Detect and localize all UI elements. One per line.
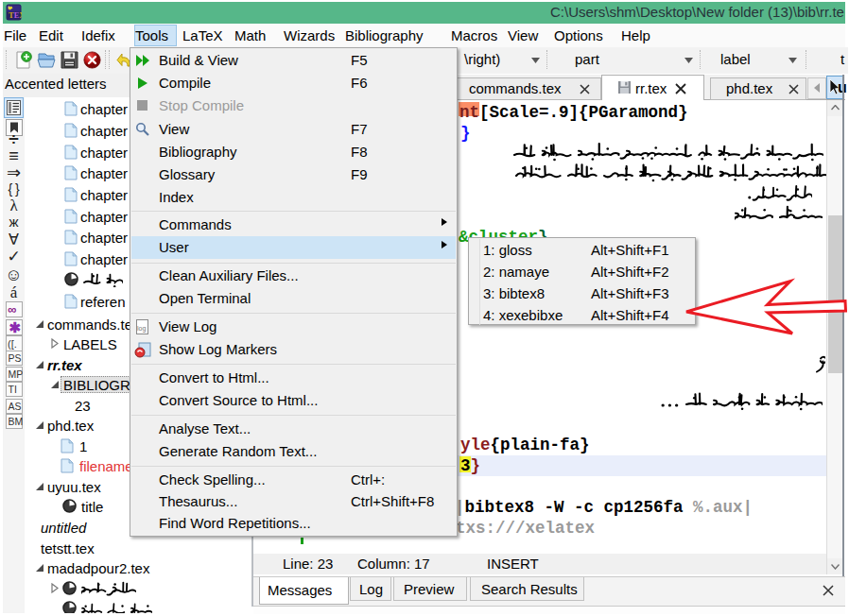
svg-text:∞: ∞ [8, 302, 16, 317]
svg-text:TI: TI [9, 384, 17, 395]
svg-text:✱: ✱ [9, 319, 22, 335]
svg-text:TEX: TEX [9, 10, 22, 20]
svg-text:([.: ([. [8, 338, 17, 350]
svg-text:AS: AS [9, 401, 22, 412]
svg-text:PS: PS [9, 352, 22, 364]
svg-text:log: log [137, 325, 146, 333]
svg-text:BM: BM [9, 416, 24, 427]
svg-text:MP: MP [9, 368, 24, 380]
